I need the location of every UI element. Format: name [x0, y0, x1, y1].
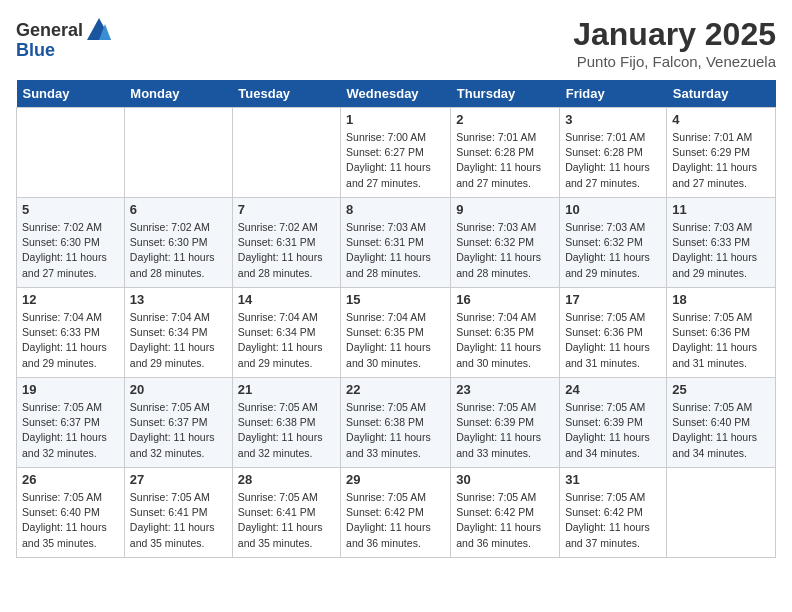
day-info: Sunrise: 7:05 AMSunset: 6:42 PMDaylight:…: [565, 490, 661, 551]
day-number: 31: [565, 472, 661, 487]
column-header-tuesday: Tuesday: [232, 80, 340, 108]
column-header-sunday: Sunday: [17, 80, 125, 108]
day-number: 25: [672, 382, 770, 397]
week-row-4: 19Sunrise: 7:05 AMSunset: 6:37 PMDayligh…: [17, 378, 776, 468]
calendar-cell: 22Sunrise: 7:05 AMSunset: 6:38 PMDayligh…: [341, 378, 451, 468]
calendar-cell: 14Sunrise: 7:04 AMSunset: 6:34 PMDayligh…: [232, 288, 340, 378]
day-info: Sunrise: 7:02 AMSunset: 6:30 PMDaylight:…: [22, 220, 119, 281]
day-number: 22: [346, 382, 445, 397]
calendar-cell: 7Sunrise: 7:02 AMSunset: 6:31 PMDaylight…: [232, 198, 340, 288]
day-info: Sunrise: 7:03 AMSunset: 6:31 PMDaylight:…: [346, 220, 445, 281]
day-info: Sunrise: 7:05 AMSunset: 6:36 PMDaylight:…: [565, 310, 661, 371]
column-header-friday: Friday: [560, 80, 667, 108]
day-number: 29: [346, 472, 445, 487]
day-info: Sunrise: 7:05 AMSunset: 6:42 PMDaylight:…: [346, 490, 445, 551]
day-number: 21: [238, 382, 335, 397]
calendar-cell: 29Sunrise: 7:05 AMSunset: 6:42 PMDayligh…: [341, 468, 451, 558]
day-info: Sunrise: 7:02 AMSunset: 6:30 PMDaylight:…: [130, 220, 227, 281]
day-info: Sunrise: 7:00 AMSunset: 6:27 PMDaylight:…: [346, 130, 445, 191]
calendar-table: SundayMondayTuesdayWednesdayThursdayFrid…: [16, 80, 776, 558]
day-info: Sunrise: 7:05 AMSunset: 6:38 PMDaylight:…: [346, 400, 445, 461]
calendar-cell: 1Sunrise: 7:00 AMSunset: 6:27 PMDaylight…: [341, 108, 451, 198]
day-info: Sunrise: 7:01 AMSunset: 6:28 PMDaylight:…: [565, 130, 661, 191]
day-info: Sunrise: 7:05 AMSunset: 6:41 PMDaylight:…: [130, 490, 227, 551]
day-number: 23: [456, 382, 554, 397]
day-number: 1: [346, 112, 445, 127]
week-row-1: 1Sunrise: 7:00 AMSunset: 6:27 PMDaylight…: [17, 108, 776, 198]
calendar-cell: 17Sunrise: 7:05 AMSunset: 6:36 PMDayligh…: [560, 288, 667, 378]
calendar-cell: 11Sunrise: 7:03 AMSunset: 6:33 PMDayligh…: [667, 198, 776, 288]
day-info: Sunrise: 7:05 AMSunset: 6:41 PMDaylight:…: [238, 490, 335, 551]
page-header: General Blue January 2025 Punto Fijo, Fa…: [16, 16, 776, 70]
title-section: January 2025 Punto Fijo, Falcon, Venezue…: [573, 16, 776, 70]
day-number: 6: [130, 202, 227, 217]
month-title: January 2025: [573, 16, 776, 53]
logo: General Blue: [16, 16, 113, 61]
calendar-header-row: SundayMondayTuesdayWednesdayThursdayFrid…: [17, 80, 776, 108]
day-number: 24: [565, 382, 661, 397]
day-info: Sunrise: 7:02 AMSunset: 6:31 PMDaylight:…: [238, 220, 335, 281]
location-title: Punto Fijo, Falcon, Venezuela: [573, 53, 776, 70]
day-number: 16: [456, 292, 554, 307]
calendar-cell: 18Sunrise: 7:05 AMSunset: 6:36 PMDayligh…: [667, 288, 776, 378]
calendar-cell: 24Sunrise: 7:05 AMSunset: 6:39 PMDayligh…: [560, 378, 667, 468]
calendar-cell: [124, 108, 232, 198]
day-info: Sunrise: 7:04 AMSunset: 6:35 PMDaylight:…: [456, 310, 554, 371]
calendar-cell: 9Sunrise: 7:03 AMSunset: 6:32 PMDaylight…: [451, 198, 560, 288]
day-number: 28: [238, 472, 335, 487]
calendar-cell: 3Sunrise: 7:01 AMSunset: 6:28 PMDaylight…: [560, 108, 667, 198]
day-info: Sunrise: 7:05 AMSunset: 6:37 PMDaylight:…: [22, 400, 119, 461]
day-info: Sunrise: 7:01 AMSunset: 6:28 PMDaylight:…: [456, 130, 554, 191]
day-number: 15: [346, 292, 445, 307]
week-row-5: 26Sunrise: 7:05 AMSunset: 6:40 PMDayligh…: [17, 468, 776, 558]
calendar-cell: 23Sunrise: 7:05 AMSunset: 6:39 PMDayligh…: [451, 378, 560, 468]
day-number: 17: [565, 292, 661, 307]
column-header-saturday: Saturday: [667, 80, 776, 108]
calendar-cell: 5Sunrise: 7:02 AMSunset: 6:30 PMDaylight…: [17, 198, 125, 288]
day-info: Sunrise: 7:05 AMSunset: 6:39 PMDaylight:…: [565, 400, 661, 461]
calendar-cell: 31Sunrise: 7:05 AMSunset: 6:42 PMDayligh…: [560, 468, 667, 558]
calendar-cell: 26Sunrise: 7:05 AMSunset: 6:40 PMDayligh…: [17, 468, 125, 558]
day-info: Sunrise: 7:04 AMSunset: 6:34 PMDaylight:…: [238, 310, 335, 371]
calendar-cell: 19Sunrise: 7:05 AMSunset: 6:37 PMDayligh…: [17, 378, 125, 468]
day-number: 4: [672, 112, 770, 127]
day-info: Sunrise: 7:05 AMSunset: 6:36 PMDaylight:…: [672, 310, 770, 371]
calendar-cell: 12Sunrise: 7:04 AMSunset: 6:33 PMDayligh…: [17, 288, 125, 378]
calendar-cell: [17, 108, 125, 198]
calendar-cell: 6Sunrise: 7:02 AMSunset: 6:30 PMDaylight…: [124, 198, 232, 288]
logo-general-text: General: [16, 20, 83, 41]
calendar-cell: 2Sunrise: 7:01 AMSunset: 6:28 PMDaylight…: [451, 108, 560, 198]
calendar-cell: 20Sunrise: 7:05 AMSunset: 6:37 PMDayligh…: [124, 378, 232, 468]
day-info: Sunrise: 7:05 AMSunset: 6:39 PMDaylight:…: [456, 400, 554, 461]
day-number: 20: [130, 382, 227, 397]
day-info: Sunrise: 7:05 AMSunset: 6:40 PMDaylight:…: [22, 490, 119, 551]
day-number: 26: [22, 472, 119, 487]
calendar-cell: 4Sunrise: 7:01 AMSunset: 6:29 PMDaylight…: [667, 108, 776, 198]
logo-blue-text: Blue: [16, 40, 55, 61]
calendar-cell: 25Sunrise: 7:05 AMSunset: 6:40 PMDayligh…: [667, 378, 776, 468]
week-row-3: 12Sunrise: 7:04 AMSunset: 6:33 PMDayligh…: [17, 288, 776, 378]
column-header-wednesday: Wednesday: [341, 80, 451, 108]
day-number: 18: [672, 292, 770, 307]
calendar-cell: 28Sunrise: 7:05 AMSunset: 6:41 PMDayligh…: [232, 468, 340, 558]
day-info: Sunrise: 7:03 AMSunset: 6:32 PMDaylight:…: [456, 220, 554, 281]
calendar-cell: 21Sunrise: 7:05 AMSunset: 6:38 PMDayligh…: [232, 378, 340, 468]
day-number: 11: [672, 202, 770, 217]
day-number: 10: [565, 202, 661, 217]
logo-icon: [85, 16, 113, 44]
column-header-thursday: Thursday: [451, 80, 560, 108]
calendar-cell: 15Sunrise: 7:04 AMSunset: 6:35 PMDayligh…: [341, 288, 451, 378]
day-info: Sunrise: 7:05 AMSunset: 6:42 PMDaylight:…: [456, 490, 554, 551]
calendar-cell: 16Sunrise: 7:04 AMSunset: 6:35 PMDayligh…: [451, 288, 560, 378]
day-number: 14: [238, 292, 335, 307]
calendar-cell: [232, 108, 340, 198]
calendar-cell: 10Sunrise: 7:03 AMSunset: 6:32 PMDayligh…: [560, 198, 667, 288]
day-number: 8: [346, 202, 445, 217]
day-number: 30: [456, 472, 554, 487]
day-info: Sunrise: 7:03 AMSunset: 6:32 PMDaylight:…: [565, 220, 661, 281]
day-info: Sunrise: 7:03 AMSunset: 6:33 PMDaylight:…: [672, 220, 770, 281]
day-info: Sunrise: 7:04 AMSunset: 6:33 PMDaylight:…: [22, 310, 119, 371]
day-number: 27: [130, 472, 227, 487]
day-number: 5: [22, 202, 119, 217]
day-number: 12: [22, 292, 119, 307]
